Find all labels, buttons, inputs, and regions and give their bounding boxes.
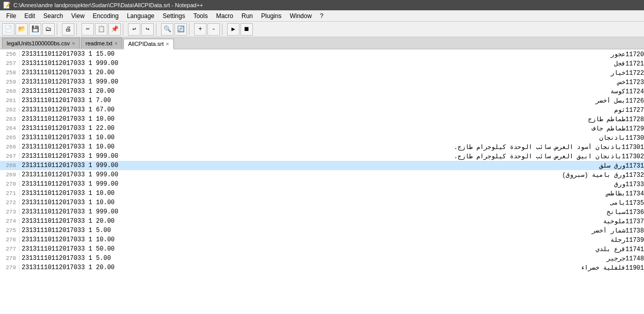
line-content: 23131110112017033 1 10.0011728طماطم طازج <box>22 115 644 123</box>
undo-button[interactable]: ↩ <box>128 23 140 36</box>
menu-item-macro[interactable]: Macro <box>212 11 237 21</box>
line-content: 23131110112017033 1 999.00117302باذنجان … <box>22 153 644 160</box>
line-content: 23131110112017033 1 67.0011727ثوم <box>22 106 644 114</box>
sep4 <box>156 23 159 36</box>
line-rtl-data: 11731ورق سلق <box>123 162 644 170</box>
line-ltr-data: 23131110112017033 1 20.00 <box>22 88 115 95</box>
sep2 <box>76 23 79 36</box>
line-ltr-data: 23131110112017033 1 999.00 <box>22 180 118 188</box>
line-content: 23131110112017033 1 10.0011739رجلة <box>22 236 644 244</box>
line-rtl-data: 11730باذنجان <box>120 134 644 142</box>
line-ltr-data: 23131110112017033 1 999.00 <box>22 171 118 178</box>
line-ltr-data: 23131110112017033 1 999.00 <box>22 208 118 216</box>
line-rtl-data: 11738شمار أخضر <box>116 227 644 235</box>
table-row: 27823131110112017033 1 5.0011748جرجير <box>0 254 644 263</box>
menu-item-view[interactable]: View <box>67 11 89 21</box>
line-rtl-data: 11724كوسة <box>120 88 644 95</box>
menu-item-language[interactable]: Language <box>123 11 158 21</box>
line-number: 271 <box>0 190 20 196</box>
line-number: 279 <box>0 265 20 271</box>
menu-item-file[interactable]: File <box>2 11 20 21</box>
table-row: 26323131110112017033 1 10.0011728طماطم ط… <box>0 114 644 124</box>
tab-close-button[interactable]: × <box>72 40 75 46</box>
line-number: 277 <box>0 246 20 252</box>
line-content: 23131110112017033 1 22.0011729طماطم جاف <box>22 125 644 133</box>
line-number: 262 <box>0 107 20 113</box>
title-bar: 📝 C:\Annes\andre landprosjekter\Sudan\CP… <box>0 0 644 10</box>
tab-readme.txt[interactable]: readme.txt× <box>81 38 122 48</box>
line-ltr-data: 23131110112017033 1 20.00 <box>22 69 115 76</box>
line-content: 23131110112017033 1 50.0011741قرع بلدي <box>22 245 644 253</box>
table-row: 25623131110112017033 1 15.0011720عجور <box>0 49 644 59</box>
line-number: 264 <box>0 125 20 131</box>
line-number: 268 <box>0 162 20 169</box>
tab-close-button[interactable]: × <box>115 40 118 46</box>
menu-item-plugins[interactable]: Plugins <box>257 11 285 21</box>
line-number: 259 <box>0 79 20 85</box>
table-row: 26123131110112017033 1 7.0011726بصل أخضر <box>0 96 644 105</box>
save-all-button[interactable]: 🗂 <box>42 23 55 36</box>
zoom-in-button[interactable]: + <box>194 23 206 36</box>
line-content: 23131110112017033 1 20.0011737ملوخية <box>22 218 644 225</box>
line-number: 275 <box>0 227 20 234</box>
menu-item-settings[interactable]: Settings <box>158 11 189 21</box>
tab-AllCPIData.srt[interactable]: AllCPIData.srt× <box>123 39 174 49</box>
table-row: 27623131110112017033 1 10.0011739رجلة <box>0 235 644 244</box>
run-button[interactable]: ▶ <box>227 23 239 36</box>
table-row: 27323131110112017033 1 999.0011736سبانخ <box>0 207 644 217</box>
line-content: 23131110112017033 1 999.0011733ورق <box>22 180 644 188</box>
sep5 <box>189 23 192 36</box>
line-rtl-data: 11727ثوم <box>120 106 644 114</box>
line-ltr-data: 23131110112017033 1 999.00 <box>22 153 118 160</box>
line-rtl-data: 11736سبانخ <box>123 208 644 216</box>
sep6 <box>222 23 225 36</box>
stop-button[interactable]: ⏹ <box>240 23 253 36</box>
menu-item-encoding[interactable]: Encoding <box>89 11 123 21</box>
table-row: 27023131110112017033 1 999.0011733ورق <box>0 179 644 189</box>
editor-content[interactable]: 25623131110112017033 1 15.0011720عجور257… <box>0 49 644 314</box>
menu-item-tools[interactable]: Tools <box>189 11 212 21</box>
tab-legalUnits1000000bs.csv[interactable]: legalUnits1000000bs.csv× <box>2 38 80 48</box>
line-number: 270 <box>0 181 20 187</box>
line-content: 23131110112017033 1 10.0011735بامى <box>22 199 644 207</box>
copy-button[interactable]: 📋 <box>95 23 107 36</box>
line-rtl-data: 11741قرع بلدي <box>120 245 644 253</box>
title-text: C:\Annes\andre landprosjekter\Sudan\CPI\… <box>13 2 203 8</box>
line-number: 258 <box>0 70 20 76</box>
menu-item-edit[interactable]: Edit <box>20 11 39 21</box>
replace-button[interactable]: 🔄 <box>174 23 187 36</box>
line-rtl-data: 117301باذنجان أسود العرض سائب الوحدة كيل… <box>120 143 644 151</box>
open-file-button[interactable]: 📂 <box>15 23 28 36</box>
line-ltr-data: 23131110112017033 1 20.00 <box>22 264 115 271</box>
line-content: 23131110112017033 1 10.0011730باذنجان <box>22 134 644 142</box>
line-ltr-data: 23131110112017033 1 67.00 <box>22 106 115 113</box>
line-number: 265 <box>0 135 20 141</box>
line-rtl-data: 11729طماطم جاف <box>120 125 644 133</box>
line-ltr-data: 23131110112017033 1 5.00 <box>22 227 111 234</box>
line-rtl-data: 117302باذنجان ابيق العرض سائب الوحدة كيل… <box>123 153 644 160</box>
line-number: 276 <box>0 237 20 243</box>
line-content: 23131110112017033 1 5.0011748جرجير <box>22 255 644 262</box>
line-ltr-data: 23131110112017033 1 22.00 <box>22 125 115 132</box>
tab-close-button[interactable]: × <box>166 41 169 47</box>
table-row: 27223131110112017033 1 10.0011735بامى <box>0 198 644 207</box>
line-rtl-data: 11720عجور <box>120 51 644 58</box>
save-file-button[interactable]: 💾 <box>29 23 41 36</box>
line-rtl-data: 11733ورق <box>123 180 644 188</box>
line-number: 263 <box>0 116 20 122</box>
paste-button[interactable]: 📌 <box>108 23 121 36</box>
table-row: 26023131110112017033 1 20.0011724كوسة <box>0 87 644 96</box>
redo-button[interactable]: ↪ <box>141 23 154 36</box>
menu-item-?[interactable]: ? <box>316 11 328 21</box>
menu-item-search[interactable]: Search <box>39 11 67 21</box>
line-content: 23131110112017033 1 999.0011732ورق بامية… <box>22 171 644 179</box>
cut-button[interactable]: ✂ <box>82 23 94 36</box>
table-row: 26523131110112017033 1 10.0011730باذنجان <box>0 133 644 142</box>
tab-label: legalUnits1000000bs.csv <box>7 40 70 46</box>
new-file-button[interactable]: 📄 <box>2 23 14 36</box>
menu-item-run[interactable]: Run <box>237 11 257 21</box>
zoom-out-button[interactable]: - <box>207 23 220 36</box>
find-button[interactable]: 🔍 <box>161 23 173 36</box>
menu-item-window[interactable]: Window <box>285 11 316 21</box>
print-button[interactable]: 🖨 <box>62 23 74 36</box>
